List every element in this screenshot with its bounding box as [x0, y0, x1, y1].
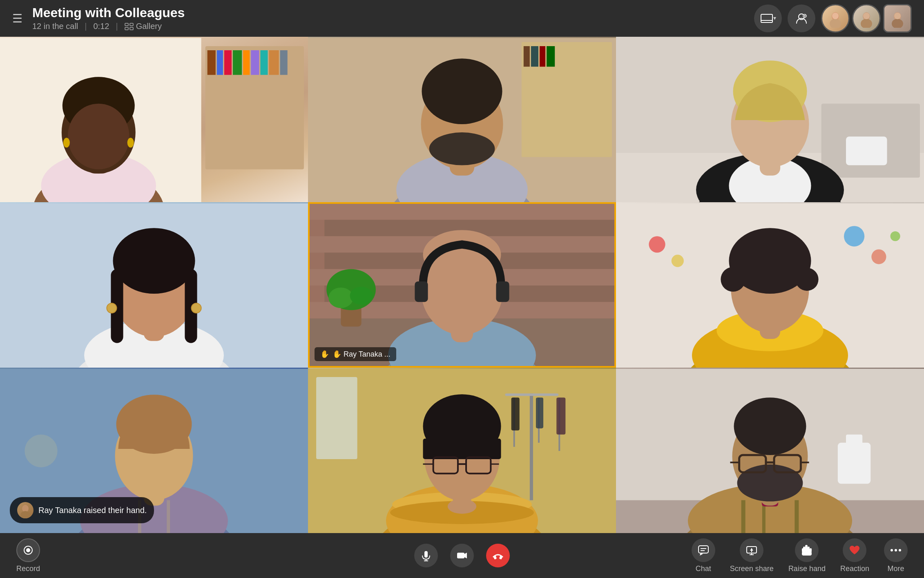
meeting-info: Meeting with Colleagues 12 in the call |… — [32, 6, 754, 31]
video-cell-5[interactable]: ✋ ✋ Ray Tanaka ... — [308, 202, 616, 368]
screen-share-label: Screen share — [730, 565, 774, 573]
svg-rect-44 — [547, 46, 555, 67]
record-icon-circle — [16, 538, 40, 562]
svg-rect-178 — [805, 545, 808, 552]
record-label: Record — [16, 565, 40, 573]
svg-point-184 — [891, 549, 893, 551]
participant-thumb-1[interactable] — [821, 4, 850, 33]
person-thumb-1-svg — [826, 9, 845, 28]
svg-rect-1 — [130, 23, 133, 26]
svg-rect-41 — [524, 46, 530, 67]
mic-icon-circle — [414, 544, 438, 567]
svg-point-163 — [26, 548, 30, 552]
person-9-video — [616, 368, 924, 533]
svg-rect-125 — [536, 397, 543, 428]
raise-hand-icon — [801, 544, 812, 556]
active-speaker-name-tag: ✋ ✋ Ray Tanaka ... — [315, 347, 396, 361]
separator-1: | — [85, 22, 87, 31]
svg-point-154 — [734, 397, 806, 455]
svg-rect-27 — [260, 50, 268, 75]
screen-share-icon-circle — [740, 538, 763, 562]
record-icon — [22, 545, 34, 556]
person-6-video — [616, 202, 924, 368]
video-cell-6[interactable] — [616, 202, 924, 368]
svg-rect-179 — [808, 547, 810, 552]
person-5-video — [308, 202, 616, 368]
svg-rect-29 — [280, 50, 288, 75]
more-icon — [890, 548, 902, 552]
video-cell-3[interactable] — [616, 37, 924, 202]
mic-button[interactable] — [414, 544, 438, 567]
person-8-video — [308, 368, 616, 533]
participant-thumb-2[interactable] — [852, 4, 881, 33]
svg-rect-120 — [505, 393, 559, 396]
svg-point-50 — [429, 132, 495, 165]
svg-point-38 — [127, 138, 134, 147]
camera-button[interactable] — [450, 544, 474, 567]
svg-rect-26 — [251, 50, 259, 75]
person-thumb-3-svg — [888, 9, 907, 28]
chat-icon — [697, 544, 710, 556]
reaction-label: Reaction — [840, 565, 869, 573]
reaction-button[interactable]: Reaction — [840, 538, 869, 573]
screen-layout-button[interactable]: ▾ — [754, 4, 782, 32]
video-cell-2[interactable] — [308, 37, 616, 202]
svg-point-12 — [830, 19, 841, 28]
header: ☰ Meeting with Colleagues 12 in the call… — [0, 0, 924, 37]
svg-rect-21 — [208, 50, 216, 75]
svg-point-95 — [871, 249, 886, 264]
mic-icon — [420, 549, 432, 562]
video-cell-7[interactable]: Ray Tanaka raised their hand. — [0, 368, 308, 533]
video-cell-4[interactable] — [0, 202, 308, 368]
svg-rect-164 — [424, 551, 428, 558]
participant-thumbnails — [821, 4, 912, 33]
person-2-video — [308, 37, 616, 202]
header-right: ▾ — [754, 4, 912, 33]
svg-point-83 — [350, 287, 373, 305]
toast-text: Ray Tanaka raised their hand. — [38, 506, 147, 515]
svg-rect-0 — [125, 23, 128, 26]
svg-rect-22 — [217, 50, 223, 75]
hangup-icon-circle — [486, 544, 510, 567]
video-grid: ✋ ✋ Ray Tanaka ... — [0, 37, 924, 533]
record-button[interactable]: Record — [16, 538, 40, 573]
svg-point-185 — [895, 549, 897, 551]
chat-label: Chat — [696, 565, 711, 573]
svg-point-49 — [422, 58, 502, 124]
svg-rect-135 — [423, 439, 501, 459]
svg-rect-171 — [699, 546, 708, 553]
participant-thumb-3[interactable] — [883, 4, 912, 33]
participants-button[interactable] — [788, 4, 815, 32]
video-cell-9[interactable] — [616, 368, 924, 533]
person-3-video — [616, 37, 924, 202]
raised-hand-icon: ✋ — [320, 350, 329, 359]
svg-rect-144 — [838, 443, 870, 484]
svg-rect-23 — [224, 50, 232, 75]
svg-point-70 — [191, 303, 201, 313]
svg-point-82 — [328, 288, 353, 308]
person-4-video — [0, 202, 308, 368]
screen-share-button[interactable]: Screen share — [730, 538, 774, 573]
reaction-heart-icon — [848, 545, 861, 556]
more-button[interactable]: More — [884, 538, 908, 573]
toast-avatar-image — [17, 502, 33, 518]
raise-hand-icon-circle — [795, 538, 819, 562]
view-mode[interactable]: Gallery — [125, 22, 162, 31]
hangup-button[interactable] — [486, 544, 510, 567]
participants-count: 12 in the call — [32, 22, 78, 31]
video-cell-8[interactable] — [308, 368, 616, 533]
call-duration: 0:12 — [94, 22, 109, 31]
svg-point-18 — [892, 19, 903, 28]
participants-icon — [795, 12, 808, 25]
chat-button[interactable]: Chat — [692, 538, 715, 573]
more-icon-circle — [884, 538, 908, 562]
svg-point-115 — [25, 435, 57, 467]
chat-icon-circle — [692, 538, 715, 562]
raise-hand-button[interactable]: Raise hand — [788, 538, 826, 573]
svg-point-105 — [734, 258, 752, 276]
svg-rect-28 — [269, 50, 279, 75]
hamburger-menu-button[interactable]: ☰ — [12, 12, 22, 25]
svg-rect-25 — [243, 50, 250, 75]
video-cell-1[interactable] — [0, 37, 308, 202]
svg-point-16 — [863, 13, 870, 19]
